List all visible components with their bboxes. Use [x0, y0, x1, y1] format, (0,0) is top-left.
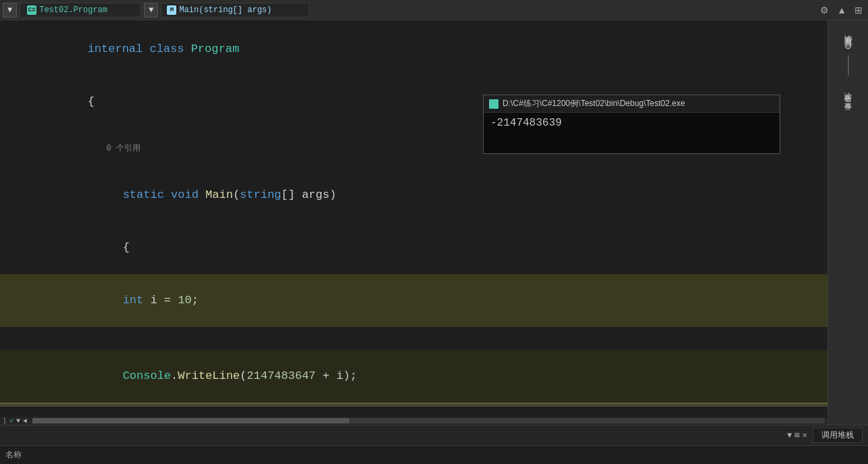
line-number-5: [0, 222, 27, 227]
bottom-panel-content: 名称: [0, 445, 868, 464]
code-line-5: {: [0, 222, 827, 274]
nav-dropdown-mid[interactable]: ▼: [144, 3, 158, 18]
panel-close-btn[interactable]: ✕: [802, 430, 807, 440]
code-editor[interactable]: internal class Program { 0 个引用 stat: [0, 20, 827, 425]
panel-arrow-btn[interactable]: ▼: [787, 431, 792, 440]
line-number-9: [0, 407, 27, 412]
console-icon: [489, 99, 499, 109]
line-number-6: [0, 274, 27, 280]
code-line-8: Console.WriteLine(2147483647 + i);: [0, 350, 827, 404]
nav-dropdown-left[interactable]: ▼: [3, 3, 17, 18]
pin-btn[interactable]: ⊞: [852, 3, 865, 18]
scroll-indicator: ✓: [9, 417, 14, 425]
scroll-left-arrow[interactable]: ◄: [23, 417, 27, 425]
column-name-label: 名称: [5, 449, 22, 461]
console-body: -2147483639: [484, 113, 780, 153]
code-line-7: [0, 327, 827, 350]
code-content-7: [43, 327, 827, 350]
scrollbar-track[interactable]: [32, 418, 825, 423]
method-label: Main(string[] args): [179, 5, 272, 15]
nav-arrow: ▼: [7, 5, 12, 15]
scroll-arrow-btn[interactable]: ▼: [16, 417, 20, 425]
line-number-8: [0, 350, 27, 355]
code-line-4: static void Main(string[] args): [0, 169, 827, 222]
code-content-6: int i = 10;: [43, 274, 827, 327]
call-stack-tab[interactable]: 调用堆栈: [813, 428, 863, 443]
line-number-4: [0, 169, 27, 174]
right-panel-title: 诊断工具: [842, 28, 854, 34]
line-number-2: [0, 76, 27, 81]
code-content-4: static void Main(string[] args): [35, 169, 827, 222]
panel-pin-btn[interactable]: ⊞: [795, 430, 800, 440]
line-number-1: [0, 23, 27, 28]
scrollbar-thumb: [32, 418, 349, 423]
code-line-6: int i = 10;: [0, 274, 827, 327]
code-line-1: internal class Program: [0, 23, 827, 76]
gear-icon[interactable]: ⚙: [845, 39, 852, 53]
settings-btn[interactable]: ⚙: [817, 3, 832, 18]
console-window: D:\C#练习\C#1200例\Test02\bin\Debug\Test02.…: [483, 95, 780, 154]
navigation-bar: ▼ C# Test02.Program ▼ M Main(string[] ar…: [3, 3, 309, 18]
horizontal-scrollbar[interactable]: | ✓ ▼ ◄: [0, 417, 827, 425]
call-stack-label: 调用堆栈: [821, 430, 854, 441]
console-output: -2147483639: [490, 117, 562, 129]
bottom-tabs-bar: ▼ ⊞ ✕ 调用堆栈: [0, 425, 868, 445]
console-title-bar: D:\C#练习\C#1200例\Test02\bin\Debug\Test02.…: [484, 95, 780, 113]
up-btn[interactable]: ▲: [834, 3, 849, 18]
top-bar-right: ⚙ ▲ ⊞: [817, 3, 865, 18]
right-panel-label2: 事件: [843, 96, 853, 99]
file-tab[interactable]: C# Test02.Program: [20, 3, 141, 18]
tab-label: Test02.Program: [39, 5, 107, 15]
method-icon: M: [167, 5, 176, 15]
code-content-8: Console.WriteLine(2147483647 + i);: [43, 350, 827, 403]
method-dropdown[interactable]: M Main(string[] args): [161, 3, 309, 18]
csharp-file-icon: C#: [27, 5, 36, 15]
nav-arrow-mid: ▼: [149, 5, 153, 15]
line-number-7: [0, 327, 27, 332]
right-panel: 诊断工具 ⚙ 诊断会 事件: [827, 20, 868, 425]
line-number-3: [0, 128, 27, 134]
console-title: D:\C#练习\C#1200例\Test02\bin\Debug\Test02.…: [503, 98, 685, 109]
top-bar: ▼ C# Test02.Program ▼ M Main(string[] ar…: [0, 0, 868, 20]
code-content-1: internal class Program: [27, 23, 827, 76]
right-panel-label1: 诊断会: [843, 86, 853, 91]
panel-divider: [848, 55, 849, 76]
code-content-5: {: [35, 222, 827, 274]
scroll-left-btn[interactable]: |: [3, 417, 7, 425]
